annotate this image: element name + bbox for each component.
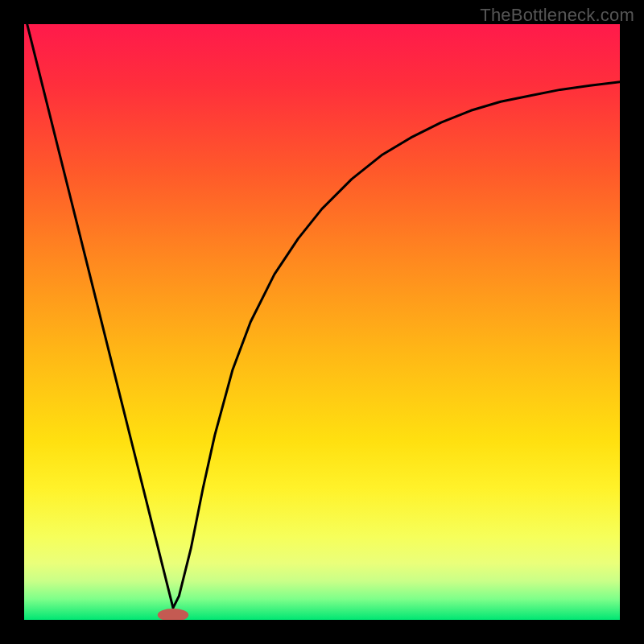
chart-svg	[24, 24, 620, 620]
watermark-text: TheBottleneck.com	[480, 5, 634, 26]
chart-frame: TheBottleneck.com	[0, 0, 644, 644]
plot-area	[24, 24, 620, 620]
gradient-background	[24, 24, 620, 620]
